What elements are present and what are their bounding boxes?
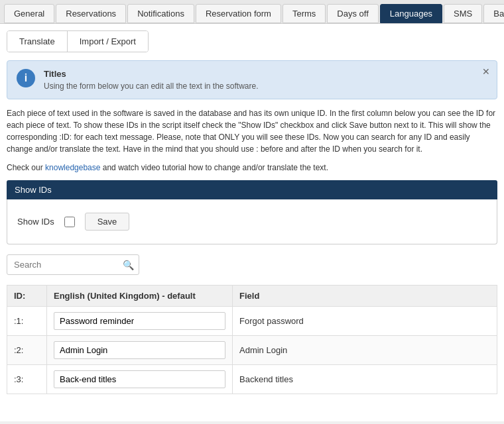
show-ids-label: Show IDs <box>17 217 54 227</box>
sub-tab-bar: Translate Import / Export <box>7 30 149 52</box>
tab-bar: General Reservations Notifications Reser… <box>0 0 504 24</box>
info-box: i ✕ Titles Using the form below you can … <box>7 60 497 99</box>
search-icon: 🔍 <box>123 260 134 270</box>
tab-reservations[interactable]: Reservations <box>56 4 126 23</box>
row-field: Forgot password <box>233 307 497 336</box>
tab-languages[interactable]: Languages <box>380 4 442 23</box>
tab-backup[interactable]: Backup <box>483 4 504 23</box>
tab-general[interactable]: General <box>4 4 54 23</box>
table-row: :3:Backend titles <box>7 365 497 394</box>
row-english <box>47 307 233 336</box>
row-field: Admin Login <box>233 336 497 365</box>
subtab-translate[interactable]: Translate <box>7 31 68 52</box>
table-row: :2:Admin Login <box>7 336 497 365</box>
row-english <box>47 365 233 394</box>
language-table: ID: English (United Kingdom) - default F… <box>7 285 497 394</box>
tab-terms[interactable]: Terms <box>283 4 326 23</box>
show-ids-body: Show IDs Save <box>7 199 497 244</box>
save-button[interactable]: Save <box>85 213 130 231</box>
table-header-row: ID: English (United Kingdom) - default F… <box>7 286 497 307</box>
paragraph2-prefix: Check our <box>7 163 45 172</box>
show-ids-section: Show IDs Show IDs Save <box>7 180 497 244</box>
main-content: Translate Import / Export i ✕ Titles Usi… <box>0 24 504 421</box>
close-button[interactable]: ✕ <box>482 66 490 77</box>
tab-notifications[interactable]: Notifications <box>127 4 194 23</box>
tab-reservation-form[interactable]: Reservation form <box>196 4 281 23</box>
row-id: :3: <box>7 365 47 394</box>
show-ids-checkbox[interactable] <box>64 217 75 227</box>
row-id: :1: <box>7 307 47 336</box>
show-ids-row: Show IDs Save <box>17 213 487 231</box>
col-header-id: ID: <box>7 286 47 307</box>
info-paragraph-1: Each piece of text used in the software … <box>7 107 497 155</box>
paragraph2-suffix: and watch video tutorial how to change a… <box>100 163 328 172</box>
info-subtitle: Using the form below you can edit all th… <box>44 81 477 91</box>
col-header-field: Field <box>233 286 497 307</box>
english-text-input[interactable] <box>54 341 225 359</box>
table-row: :1:Forgot password <box>7 307 497 336</box>
info-icon: i <box>17 69 35 87</box>
knowledgebase-link[interactable]: knowledgebase <box>45 163 100 172</box>
info-paragraph-2: Check our knowledgebase and watch video … <box>7 162 497 174</box>
tab-days-off[interactable]: Days off <box>327 4 378 23</box>
search-input[interactable] <box>7 254 139 275</box>
row-id: :2: <box>7 336 47 365</box>
subtab-import-export[interactable]: Import / Export <box>68 31 148 52</box>
search-container: 🔍 <box>7 254 139 275</box>
row-english <box>47 336 233 365</box>
col-header-english: English (United Kingdom) - default <box>47 286 233 307</box>
row-field: Backend titles <box>233 365 497 394</box>
info-title: Titles <box>44 69 477 79</box>
tab-sms[interactable]: SMS <box>444 4 482 23</box>
show-ids-header: Show IDs <box>7 180 497 199</box>
english-text-input[interactable] <box>54 312 225 330</box>
english-text-input[interactable] <box>54 370 225 388</box>
